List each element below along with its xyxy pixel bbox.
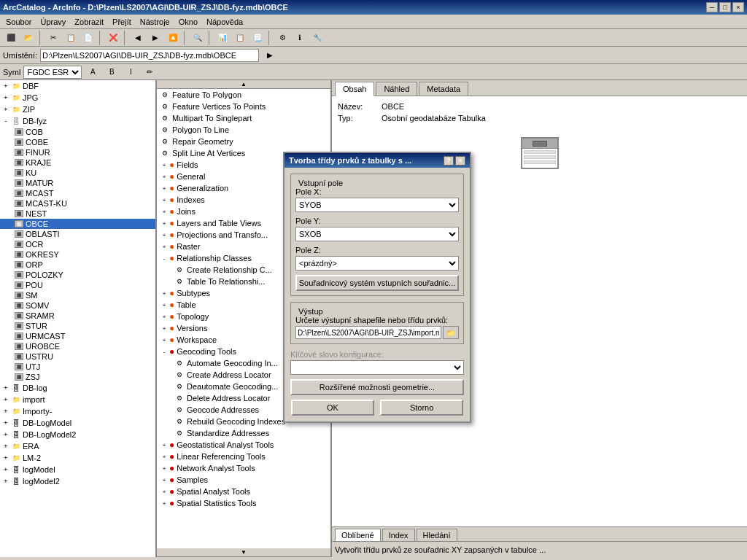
tree-item-okresy[interactable]: ▦ OKRESY [0,249,155,260]
tree-item-finur[interactable]: ▦ FINUR [0,147,155,158]
tree-item-import[interactable]: + 📁 import [0,394,155,405]
tree-item-cobe[interactable]: ▦ COBE [0,137,155,147]
output-browse-button[interactable]: 📁 [443,326,459,339]
dialog-close-button[interactable]: × [455,156,465,166]
menu-okno[interactable]: Okno [174,16,202,28]
toolbox-standardize-addresses[interactable]: ⚙ Standardize Addresses [157,427,330,439]
symbol-select[interactable]: FGDC ESRI [23,66,82,79]
ok-button[interactable]: OK [291,400,374,416]
toolbox-feature-vertices[interactable]: ⚙ Feature Vertices To Points [157,101,330,112]
toolbox-cat-linear[interactable]: + ● Linear Referencing Tools [157,451,330,462]
select-pole-z[interactable]: <prázdný> [295,256,459,271]
toolbox-cat-network[interactable]: + ● Network Analyst Tools [157,462,330,474]
close-button[interactable]: × [732,2,744,12]
toolbar-btn-info[interactable]: ℹ [292,31,308,45]
tree-item-orp[interactable]: ▦ ORP [0,260,155,270]
toolbox-scroll-down[interactable]: ▼ [157,548,330,557]
toolbar-btn-6[interactable]: ❌ [105,31,121,45]
menu-upravy[interactable]: Úpravy [36,16,70,28]
tree-item-logmodel2[interactable]: + 🗄 logModel2 [0,475,155,487]
symbol-btn-3[interactable]: I [123,65,139,79]
symbol-btn-2[interactable]: B [104,65,120,79]
tree-item-dblogmodel2[interactable]: + 🗄 DB-LogModel2 [0,429,155,440]
toolbar-btn-forward[interactable]: ▶ [147,31,163,45]
toolbar-btn-up[interactable]: 🔼 [165,31,181,45]
toolbar-btn-5[interactable]: 📄 [80,31,96,45]
toolbox-scroll-up[interactable]: ▲ [157,80,330,89]
advanced-geometry-button[interactable]: Rozšířené možnosti geometrie... [290,379,464,395]
tree-item-urobce[interactable]: ▦ UROBCE [0,341,155,351]
coord-system-button[interactable]: Souřadnicový systém vstupních souřadnic.… [295,275,459,291]
tree-item-sramr[interactable]: ▦ SRAMR [0,311,155,321]
toolbar-btn-view3[interactable]: 📃 [249,31,266,45]
toolbar-btn-search[interactable]: 🔍 [190,31,206,45]
tab-nahled[interactable]: Náhled [376,82,417,96]
menu-zobrazit[interactable]: Zobrazit [70,16,108,28]
tree-item-kraje[interactable]: ▦ KRAJE [0,158,155,168]
toolbar-btn-back[interactable]: ◀ [130,31,146,45]
tree-item-matur[interactable]: ▦ MATUR [0,178,155,188]
toolbox-cat-spatialstats[interactable]: + ● Spatial Statistics Tools [157,497,330,509]
toolbar-btn-4[interactable]: 📋 [63,31,79,45]
address-go-button[interactable]: ▶ [262,48,278,63]
tree-item-oblasti[interactable]: ▦ OBLASTI [0,229,155,239]
toolbar-btn-extra[interactable]: 🔧 [309,31,325,45]
toolbar-btn-3[interactable]: ✂ [45,31,61,45]
toolbox-repair-geometry[interactable]: ⚙ Repair Geometry [157,136,330,147]
tree-item-polozky[interactable]: ▦ POLOZKY [0,270,155,280]
toolbox-cat-samples[interactable]: + ● Samples [157,474,330,486]
output-path-input[interactable] [295,326,441,339]
toolbar-btn-view1[interactable]: 📊 [214,31,231,45]
bottom-tab-hledani[interactable]: Hledání [417,529,457,541]
tree-item-zsj[interactable]: ▦ ZSJ [0,372,155,382]
tree-item-ku[interactable]: ▦ KU [0,168,155,178]
toolbox-multipart[interactable]: ⚙ Multipart To Singlepart [157,112,330,124]
menu-prejit[interactable]: Přejít [108,16,136,28]
tree-item-logmodel[interactable]: + 🗄 logModel [0,464,155,475]
tree-item-mcast-ku[interactable]: ▦ MCAST-KU [0,198,155,209]
toolbar-btn-1[interactable]: ⬛ [3,31,19,45]
tree-item-jpg[interactable]: + 📁 JPG [0,92,155,104]
toolbox-cat-geostat[interactable]: + ● Geostatistical Analyst Tools [157,439,330,451]
toolbar-btn-settings[interactable]: ⚙ [274,31,290,45]
dialog-help-button[interactable]: ? [444,156,454,166]
select-pole-x[interactable]: SYOB [295,198,459,212]
toolbar-btn-view2[interactable]: 📋 [232,31,248,45]
bottom-tab-index[interactable]: Index [382,529,415,541]
tree-item-stur[interactable]: ▦ STUR [0,321,155,331]
tree-item-mcast[interactable]: ▦ MCAST [0,188,155,198]
toolbox-polygon-to-line[interactable]: ⚙ Polygon To Line [157,124,330,136]
minimize-button[interactable]: ─ [706,2,718,12]
tree-item-era[interactable]: + 📁 ERA [0,440,155,452]
tree-item-obce[interactable]: ▦ OBCE [0,219,155,229]
maximize-button[interactable]: □ [719,2,731,12]
tab-obsah[interactable]: Obsah [335,82,374,96]
tree-item-cob[interactable]: ▦ COB [0,127,155,137]
toolbox-feature-to-polygon[interactable]: ⚙ Feature To Polygon [157,89,330,101]
toolbox-cat-spatial[interactable]: + ● Spatial Analyst Tools [157,486,330,497]
tree-item-ocr[interactable]: ▦ OCR [0,239,155,249]
tree-item-somv[interactable]: ▦ SOMV [0,300,155,311]
bottom-tab-oblibene[interactable]: Oblíbené [335,529,381,541]
select-pole-y[interactable]: SXOB [295,227,459,241]
symbol-btn-4[interactable]: ✏ [142,65,158,79]
tab-metadata[interactable]: Metadata [419,82,468,96]
tree-item-pou[interactable]: ▦ POU [0,280,155,290]
tree-item-dbfyz[interactable]: - 🗄 DB-fyz [0,115,155,127]
tree-item-zip[interactable]: + 📁 ZIP [0,104,155,115]
menu-napoveda[interactable]: Nápověda [202,16,247,28]
tree-item-dbf[interactable]: + 📁 DBF [0,80,155,92]
tree-item-dblog[interactable]: + 🗄 DB-log [0,382,155,394]
tree-item-nest[interactable]: ▦ NEST [0,209,155,219]
tree-item-importy[interactable]: + 📁 Importy- [0,405,155,417]
address-input[interactable] [40,49,259,62]
config-select[interactable] [290,360,464,375]
symbol-btn-1[interactable]: A [85,65,101,79]
tree-item-utj[interactable]: ▦ UTJ [0,362,155,372]
cancel-button[interactable]: Storno [380,400,463,416]
tree-item-urmcast[interactable]: ▦ URMCAST [0,331,155,341]
menu-nastroje[interactable]: Nástroje [136,16,174,28]
tree-item-lm2[interactable]: + 📁 LM-2 [0,452,155,464]
tree-item-dblogmodel[interactable]: + 🗄 DB-LogModel [0,417,155,429]
toolbar-btn-2[interactable]: 📂 [20,31,36,45]
